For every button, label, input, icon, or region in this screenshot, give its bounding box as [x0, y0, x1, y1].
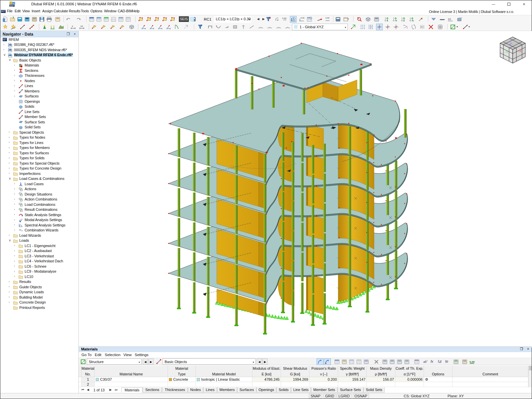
svg-text:x.xx: x.xx: [282, 17, 287, 19]
svg-text:Z: Z: [403, 20, 405, 22]
svg-text:-X: -X: [517, 49, 522, 54]
svg-text:I: I: [20, 117, 21, 119]
svg-text:ω: ω: [277, 19, 279, 21]
svg-text:fσ: fσ: [445, 360, 449, 363]
svg-text:-Y: -Y: [504, 50, 509, 55]
svg-text:0,00: 0,00: [469, 360, 475, 363]
svg-text:X: X: [387, 20, 388, 22]
svg-text:I: I: [20, 91, 21, 93]
svg-text:-Y: -Y: [395, 20, 397, 22]
svg-text:x: x: [82, 25, 83, 27]
svg-text:-X: -X: [412, 20, 414, 22]
svg-text:10: 10: [448, 18, 451, 21]
svg-text:x.xx: x.xx: [326, 17, 330, 19]
svg-text:x: x: [72, 25, 73, 27]
svg-text:x.xx: x.xx: [301, 17, 305, 19]
svg-text:f𝛥: f𝛥: [438, 360, 442, 363]
svg-text:fx: fx: [431, 360, 434, 363]
svg-text:ab: ab: [423, 360, 427, 363]
